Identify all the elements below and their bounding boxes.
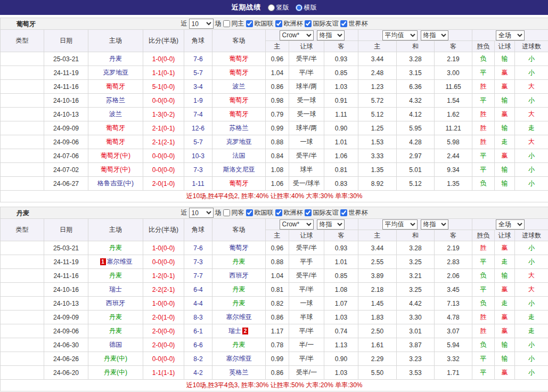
friendly-checkbox[interactable] [305, 20, 312, 27]
avg-away-odds: 3.00 [435, 66, 472, 80]
home-team-name[interactable]: 德国 [109, 341, 122, 348]
same-venue-checkbox[interactable] [223, 20, 230, 27]
home-team-name[interactable]: 克罗地亚 [103, 69, 128, 76]
home-team-name[interactable]: 丹麦 [109, 313, 122, 321]
home-team-name[interactable]: 丹麦(中) [104, 355, 127, 362]
vertical-layout-radio[interactable] [268, 4, 275, 11]
odds-company-select[interactable]: Crow* [280, 219, 314, 230]
odds-time-select[interactable]: 终指 [317, 219, 345, 230]
result-goals: 小 [515, 66, 548, 80]
home-team-name[interactable]: 波兰 [109, 110, 122, 118]
avg-draw-odds: 3.30 [397, 311, 435, 324]
horizontal-layout-option[interactable]: 横版 [296, 3, 317, 12]
away-team-name[interactable]: 丹麦 [233, 341, 246, 348]
match-date: 24-06-20 [44, 366, 88, 380]
away-team-name[interactable]: 丹麦 [233, 258, 246, 265]
away-team-name[interactable]: 克罗地亚 [226, 138, 252, 145]
home-team-name[interactable]: 葡萄牙 [106, 124, 125, 132]
avg-time-select[interactable]: 终指 [421, 219, 448, 230]
away-team-name[interactable]: 英格兰 [230, 369, 249, 376]
home-team-name[interactable]: 葡萄牙(中) [101, 152, 130, 159]
match-count-select[interactable]: 10 [189, 19, 214, 29]
avg-away-odds: 7.13 [435, 297, 472, 311]
avg-draw-odds: 5.12 [397, 177, 435, 191]
col-type: 类型 [1, 219, 44, 241]
match-row: 欧国联24-10-13西班牙1-0(0-0)4-4丹麦0.82一球1.071.4… [1, 297, 548, 311]
home-team-name[interactable]: 瑞士 [109, 285, 122, 293]
match-row: 欧国联24-10-16苏格兰0-0(0-0)1-9葡萄牙0.98受一球0.915… [1, 94, 548, 108]
handicap-line: 受平/半 [289, 241, 324, 255]
euro-checkbox[interactable] [275, 209, 282, 216]
away-team-name[interactable]: 丹麦 [233, 285, 246, 293]
home-team-name[interactable]: 丹麦 [109, 244, 122, 251]
corners-score: 5-7 [184, 135, 212, 149]
col-avg-draw: 和 [397, 41, 435, 52]
match-date: 24-10-16 [44, 94, 88, 108]
away-team-name[interactable]: 斯洛文尼亚 [223, 166, 255, 173]
worldcup-checkbox[interactable] [340, 20, 347, 27]
same-venue-checkbox[interactable] [223, 209, 230, 216]
home-team-name[interactable]: 苏格兰 [106, 96, 125, 104]
scope-select[interactable]: 全场 [496, 219, 525, 230]
vertical-layout-option[interactable]: 竖版 [268, 3, 289, 12]
match-row: 欧国联24-10-13波兰1-3(0-2)7-4葡萄牙0.79受一球1.115.… [1, 108, 548, 121]
match-count-select[interactable]: 10 [189, 208, 214, 218]
away-team-name[interactable]: 葡萄牙 [230, 96, 249, 104]
euro-checkbox[interactable] [275, 20, 282, 27]
home-team-name[interactable]: 塞尔维亚 [107, 258, 133, 265]
result-handicap: 赢 [495, 66, 515, 80]
match-row: 欧国联24-09-09葡萄牙2-1(0-1)12-6苏格兰0.99球半/两0.9… [1, 121, 548, 135]
avg-type-select[interactable]: 平均值 [382, 219, 418, 230]
result-handicap: 输 [495, 121, 515, 135]
scope-select[interactable]: 全场 [496, 30, 525, 40]
result-goals: 大 [515, 283, 548, 297]
avg-away-odds: 5.94 [435, 338, 472, 352]
home-team-name[interactable]: 丹麦(中) [104, 369, 127, 376]
avg-away-odds: 1.54 [435, 94, 472, 108]
result-handicap: 赢 [495, 149, 515, 163]
home-team-name[interactable]: 葡萄牙 [106, 83, 125, 90]
avg-time-select[interactable]: 终指 [421, 30, 448, 40]
home-team-name[interactable]: 丹麦 [109, 327, 122, 334]
league-badge: 欧国联 [1, 52, 44, 66]
result-outcome: 胜 [472, 121, 495, 135]
match-score: 1-0(0-0) [143, 241, 184, 255]
summary-text: 近10场,胜3平4负3, 胜率:30% 让胜率:50% 大率:20% 单率:30… [1, 380, 548, 391]
nations-league-checkbox[interactable] [246, 209, 253, 216]
away-team-name[interactable]: 葡萄牙 [230, 69, 249, 76]
away-team-name[interactable]: 塞尔维亚 [226, 355, 252, 362]
home-team-cell: 葡萄牙(中) [88, 149, 143, 163]
horizontal-layout-radio[interactable] [296, 4, 302, 11]
away-team-name[interactable]: 法国 [233, 152, 246, 159]
away-team-name[interactable]: 苏格兰 [230, 124, 249, 132]
away-team-name[interactable]: 葡萄牙 [230, 110, 249, 118]
away-team-name[interactable]: 波兰 [233, 83, 246, 90]
odds-company-select[interactable]: Crow* [280, 30, 314, 40]
home-team-name[interactable]: 葡萄牙 [106, 138, 125, 145]
away-team-name[interactable]: 葡萄牙 [230, 244, 249, 251]
away-team-name[interactable]: 西班牙 [230, 272, 249, 279]
worldcup-checkbox[interactable] [340, 209, 347, 216]
away-team-name[interactable]: 葡萄牙 [230, 179, 249, 187]
odds-time-select[interactable]: 终指 [317, 30, 345, 40]
avg-draw-odds: 4.12 [397, 108, 435, 121]
home-team-name[interactable]: 丹麦 [109, 55, 122, 62]
friendly-checkbox[interactable] [305, 209, 312, 216]
match-score: 0-0(0-0) [143, 163, 184, 177]
home-team-name[interactable]: 西班牙 [106, 299, 125, 307]
result-goals: 走 [515, 311, 548, 324]
home-team-name[interactable]: 格鲁吉亚(中) [97, 179, 134, 187]
odds-home: 1.06 [266, 177, 289, 191]
match-row: 欧洲杯24-07-02葡萄牙(中)0-0(0-0)7-3斯洛文尼亚1.08球半0… [1, 163, 548, 177]
home-team-name[interactable]: 丹麦 [109, 272, 122, 279]
away-team-name[interactable]: 葡萄牙 [230, 55, 249, 62]
home-team-name[interactable]: 葡萄牙(中) [101, 166, 130, 173]
away-team-name[interactable]: 瑞士 [228, 327, 241, 334]
away-team-name[interactable]: 塞尔维亚 [226, 313, 252, 321]
section-titlebar: 丹麦 近 10 场 同客 欧国联 欧洲杯 国际友谊 世界杯 [1, 207, 548, 219]
away-team-name[interactable]: 丹麦 [233, 299, 246, 307]
result-handicap: 输 [495, 269, 515, 283]
nations-league-checkbox[interactable] [246, 20, 253, 27]
avg-type-select[interactable]: 平均值 [382, 30, 418, 40]
odds-home: 1.08 [266, 163, 289, 177]
